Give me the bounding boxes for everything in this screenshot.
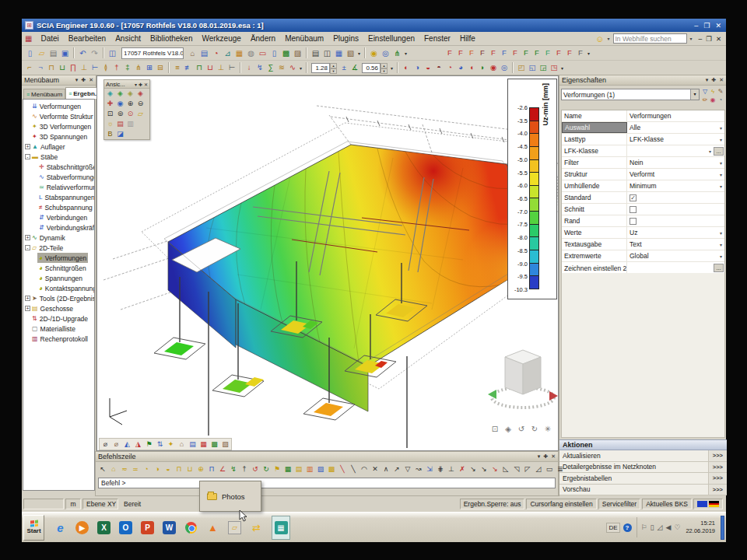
help-smiley-icon[interactable]: ☺ (595, 34, 604, 44)
support1-icon[interactable]: ≂ (119, 464, 130, 474)
tree-item-stabverformungen[interactable]: ∿Stabverformungen (23, 172, 94, 182)
paperspace-icon[interactable]: ▯ (268, 47, 280, 59)
lc6-icon[interactable]: F (499, 47, 510, 58)
triangle-down-icon[interactable]: ◮ (133, 439, 143, 450)
table-results-icon[interactable]: ▦ (333, 47, 345, 59)
action-arrow[interactable]: >>> (708, 450, 727, 461)
connect-icon[interactable]: ⊥ (216, 62, 226, 73)
pencil-icon[interactable]: ✎ (717, 87, 724, 96)
tree-item-verformungen[interactable]: ⇊Verformungen (23, 101, 94, 111)
property-value[interactable]: ... (627, 262, 724, 274)
rotate-right-arrow-icon[interactable] (549, 391, 558, 401)
visibility-icon[interactable]: ◎ (380, 47, 391, 59)
tree-item-geschosse[interactable]: +▤Geschosse (23, 303, 94, 313)
mesh2-icon[interactable]: ▤ (293, 464, 304, 474)
property-value[interactable] (627, 215, 724, 226)
point-icon[interactable]: † (239, 464, 250, 474)
panel-pin-icon[interactable]: ✚ (711, 77, 716, 83)
media-player-icon[interactable]: ▶ (75, 521, 89, 534)
import-icon[interactable]: ▤ (47, 47, 59, 59)
navigation-cube[interactable] (486, 345, 559, 422)
model-viewport[interactable]: Ansic...▾✚✕ ◈◈◈◈✚◉⊕⊖⊡⊚⊙▱☼▤▥B◪ Uz-min [mm… (96, 75, 559, 451)
menu-hilfe[interactable]: Hilfe (455, 33, 480, 44)
property-value[interactable]: Nein▾ (627, 157, 724, 168)
clip2-icon[interactable]: ⌀ (111, 439, 121, 450)
menu-ansicht[interactable]: Ansicht (110, 33, 146, 44)
tree-item-rechenprotokoll[interactable]: ▥Rechenprotokoll (23, 334, 94, 344)
menu-datei[interactable]: Datei (36, 33, 63, 44)
zoom-window-icon[interactable]: ⊡ (105, 109, 115, 119)
dir1-icon[interactable]: ↘ (468, 464, 479, 474)
action-arrow[interactable]: >>> (708, 485, 727, 495)
tray-volume-icon[interactable]: ◀ (665, 523, 671, 531)
checkbox-unchecked[interactable] (630, 206, 637, 213)
hinge3-icon[interactable]: ◒ (163, 464, 174, 474)
tray-health-icon[interactable]: ♡ (674, 523, 680, 531)
lc12-icon[interactable]: F (564, 47, 575, 58)
tree-item-3dspannungen[interactable]: ✦3D Spannungen (23, 131, 94, 142)
spring-icon[interactable]: ⊕ (195, 464, 206, 474)
beam-icon[interactable]: ⌐ (24, 62, 35, 73)
menu-menbaum[interactable]: Menübaum (280, 33, 328, 44)
property-value[interactable]: Verformt▾ (627, 169, 724, 180)
load-cmd-icon[interactable]: ↯ (228, 464, 239, 474)
view3-icon[interactable]: ◲ (538, 62, 549, 73)
mesh4-icon[interactable]: ▨ (315, 464, 326, 474)
stress-icon[interactable]: ◓ (433, 62, 444, 73)
rotate-left-icon[interactable]: ↺ (517, 425, 526, 434)
catalog-icon[interactable]: ⋔ (133, 62, 144, 73)
lc5-icon[interactable]: F (488, 47, 499, 58)
perp-icon[interactable]: ⊥ (446, 464, 457, 474)
checkbox-checked[interactable]: ✓ (630, 194, 637, 201)
property-value[interactable]: LFK-Klasse▾ (627, 134, 724, 145)
mdi-restore-button[interactable]: ❐ (706, 35, 712, 43)
crossing-icon[interactable]: ⊔ (205, 62, 216, 73)
mdi-close-button[interactable]: ✕ (716, 35, 721, 43)
zoom-border-icon[interactable]: ⊡ (490, 425, 500, 434)
lc10-icon[interactable]: F (542, 47, 553, 58)
tray-flag-icon[interactable]: ⚐ (641, 523, 647, 531)
powerpoint-icon[interactable]: P (141, 521, 154, 534)
taskbar-clock[interactable]: 15:2122.06.2019 (683, 520, 717, 535)
tree-item-verbindungen[interactable]: ⇵Verbindungen (23, 212, 94, 222)
tool-icon[interactable]: ⊢ (226, 62, 237, 73)
brush-icon[interactable]: ✏ (701, 96, 709, 104)
dropdown-caret-icon[interactable]: ▾ (720, 160, 722, 166)
support2-icon[interactable]: ≃ (130, 464, 141, 474)
tree-item-tools2dergebnisse[interactable]: +➤Tools (2D-Ergebnisse) (23, 293, 94, 303)
property-value[interactable]: Global▾ (627, 250, 724, 261)
snap-icon[interactable]: ⇲ (424, 464, 435, 474)
line1-icon[interactable]: ╲ (337, 464, 348, 474)
load-icon[interactable]: ↓ (244, 62, 254, 73)
tree-item-3dverformungen[interactable]: ✦3D Verformungen (23, 121, 94, 131)
status-servicefilter[interactable]: Servicefilter (598, 499, 640, 509)
tree-item-dynamik[interactable]: +∿Dynamik (23, 233, 94, 243)
property-object-selector[interactable]: Verformungen (1) ▾ (561, 89, 700, 100)
tree-item-verformungen[interactable]: ◕Verformungen (23, 253, 94, 263)
deform-icon[interactable]: ◕ (455, 62, 466, 73)
chart-icon[interactable]: ◔ (717, 96, 724, 104)
lc3-icon[interactable]: F (466, 47, 477, 58)
panel-menu-icon[interactable]: ▾ (75, 77, 79, 83)
menu-werkzeuge[interactable]: Werkzeuge (197, 33, 245, 44)
list-icon[interactable]: ≣ (555, 464, 566, 474)
tree-item-auflager[interactable]: +▲Auflager (23, 142, 94, 152)
vector-icon[interactable]: ↗ (391, 464, 402, 474)
dir3-icon[interactable]: ↘ (489, 464, 500, 474)
excel-icon[interactable]: X (97, 521, 110, 534)
zoom-in-icon[interactable]: ⊕ (125, 99, 135, 109)
wall-icon[interactable]: ⊔ (57, 62, 68, 73)
hinge-icon[interactable]: ≢ (183, 62, 194, 73)
selector-caret-icon[interactable]: ▾ (690, 89, 699, 100)
tri-icon[interactable]: ▽ (402, 464, 413, 474)
nonlinear-icon[interactable]: ∿ (287, 62, 298, 73)
view1-icon[interactable]: ◰ (516, 62, 527, 73)
panel-close-icon[interactable]: ✕ (551, 453, 556, 460)
mirror-icon[interactable]: ↻ (261, 464, 272, 474)
save-icon[interactable]: ▣ (59, 47, 71, 59)
dropdown-caret-icon[interactable]: ▾ (709, 149, 711, 154)
arbitrary-icon[interactable]: ≬ (100, 62, 111, 73)
gallery-icon[interactable]: ▭ (257, 47, 268, 59)
corner3-icon[interactable]: ◸ (522, 464, 533, 474)
zoom-all-icon[interactable]: ⊚ (115, 109, 125, 119)
